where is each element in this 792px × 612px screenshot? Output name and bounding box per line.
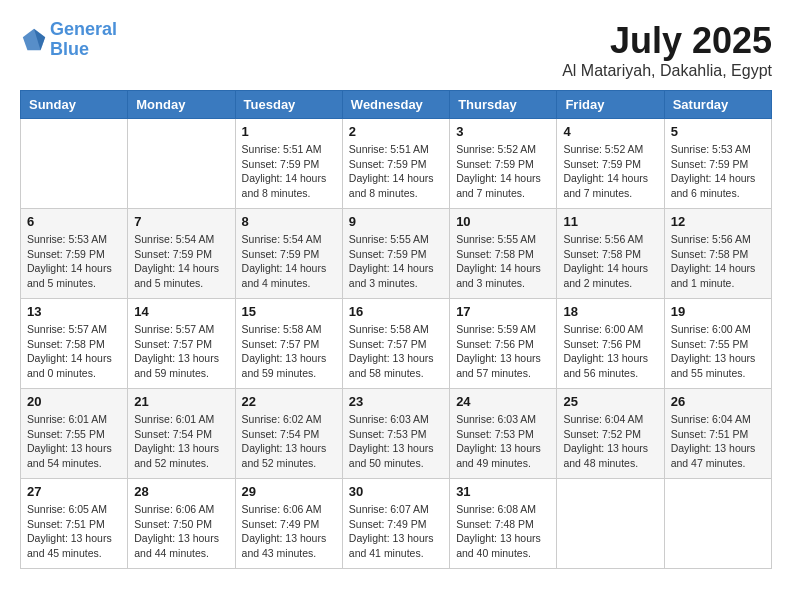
calendar-cell: 30Sunrise: 6:07 AM Sunset: 7:49 PM Dayli… — [342, 479, 449, 569]
day-number: 3 — [456, 124, 550, 139]
calendar-cell: 26Sunrise: 6:04 AM Sunset: 7:51 PM Dayli… — [664, 389, 771, 479]
day-number: 30 — [349, 484, 443, 499]
weekday-header-tuesday: Tuesday — [235, 91, 342, 119]
day-number: 29 — [242, 484, 336, 499]
day-info: Sunrise: 6:01 AM Sunset: 7:54 PM Dayligh… — [134, 412, 228, 471]
day-number: 12 — [671, 214, 765, 229]
day-number: 6 — [27, 214, 121, 229]
calendar-cell: 19Sunrise: 6:00 AM Sunset: 7:55 PM Dayli… — [664, 299, 771, 389]
calendar-cell: 16Sunrise: 5:58 AM Sunset: 7:57 PM Dayli… — [342, 299, 449, 389]
day-info: Sunrise: 5:57 AM Sunset: 7:57 PM Dayligh… — [134, 322, 228, 381]
day-info: Sunrise: 6:05 AM Sunset: 7:51 PM Dayligh… — [27, 502, 121, 561]
calendar-week-4: 20Sunrise: 6:01 AM Sunset: 7:55 PM Dayli… — [21, 389, 772, 479]
day-info: Sunrise: 6:06 AM Sunset: 7:50 PM Dayligh… — [134, 502, 228, 561]
calendar-cell: 3Sunrise: 5:52 AM Sunset: 7:59 PM Daylig… — [450, 119, 557, 209]
calendar-week-2: 6Sunrise: 5:53 AM Sunset: 7:59 PM Daylig… — [21, 209, 772, 299]
calendar-cell: 5Sunrise: 5:53 AM Sunset: 7:59 PM Daylig… — [664, 119, 771, 209]
day-info: Sunrise: 5:54 AM Sunset: 7:59 PM Dayligh… — [134, 232, 228, 291]
day-number: 17 — [456, 304, 550, 319]
day-info: Sunrise: 5:51 AM Sunset: 7:59 PM Dayligh… — [349, 142, 443, 201]
calendar-week-3: 13Sunrise: 5:57 AM Sunset: 7:58 PM Dayli… — [21, 299, 772, 389]
calendar-cell: 11Sunrise: 5:56 AM Sunset: 7:58 PM Dayli… — [557, 209, 664, 299]
calendar-cell: 27Sunrise: 6:05 AM Sunset: 7:51 PM Dayli… — [21, 479, 128, 569]
day-info: Sunrise: 5:59 AM Sunset: 7:56 PM Dayligh… — [456, 322, 550, 381]
day-number: 13 — [27, 304, 121, 319]
calendar-header: SundayMondayTuesdayWednesdayThursdayFrid… — [21, 91, 772, 119]
day-number: 10 — [456, 214, 550, 229]
calendar-cell: 7Sunrise: 5:54 AM Sunset: 7:59 PM Daylig… — [128, 209, 235, 299]
calendar-cell: 14Sunrise: 5:57 AM Sunset: 7:57 PM Dayli… — [128, 299, 235, 389]
day-info: Sunrise: 5:52 AM Sunset: 7:59 PM Dayligh… — [563, 142, 657, 201]
weekday-header-saturday: Saturday — [664, 91, 771, 119]
day-info: Sunrise: 5:56 AM Sunset: 7:58 PM Dayligh… — [563, 232, 657, 291]
calendar-cell — [21, 119, 128, 209]
day-number: 31 — [456, 484, 550, 499]
day-info: Sunrise: 5:51 AM Sunset: 7:59 PM Dayligh… — [242, 142, 336, 201]
calendar-cell: 4Sunrise: 5:52 AM Sunset: 7:59 PM Daylig… — [557, 119, 664, 209]
day-info: Sunrise: 5:53 AM Sunset: 7:59 PM Dayligh… — [671, 142, 765, 201]
calendar-cell: 10Sunrise: 5:55 AM Sunset: 7:58 PM Dayli… — [450, 209, 557, 299]
day-info: Sunrise: 6:04 AM Sunset: 7:51 PM Dayligh… — [671, 412, 765, 471]
calendar-cell: 29Sunrise: 6:06 AM Sunset: 7:49 PM Dayli… — [235, 479, 342, 569]
day-number: 22 — [242, 394, 336, 409]
day-info: Sunrise: 5:53 AM Sunset: 7:59 PM Dayligh… — [27, 232, 121, 291]
page-header: General Blue July 2025 Al Matariyah, Dak… — [20, 20, 772, 80]
calendar-cell — [128, 119, 235, 209]
day-number: 26 — [671, 394, 765, 409]
logo-icon — [20, 26, 48, 54]
weekday-header-sunday: Sunday — [21, 91, 128, 119]
weekday-header-wednesday: Wednesday — [342, 91, 449, 119]
calendar-week-1: 1Sunrise: 5:51 AM Sunset: 7:59 PM Daylig… — [21, 119, 772, 209]
day-number: 8 — [242, 214, 336, 229]
weekday-header-monday: Monday — [128, 91, 235, 119]
day-number: 2 — [349, 124, 443, 139]
calendar-cell: 6Sunrise: 5:53 AM Sunset: 7:59 PM Daylig… — [21, 209, 128, 299]
day-number: 15 — [242, 304, 336, 319]
day-number: 23 — [349, 394, 443, 409]
day-info: Sunrise: 5:55 AM Sunset: 7:59 PM Dayligh… — [349, 232, 443, 291]
day-info: Sunrise: 5:52 AM Sunset: 7:59 PM Dayligh… — [456, 142, 550, 201]
location-title: Al Matariyah, Dakahlia, Egypt — [562, 62, 772, 80]
calendar-week-5: 27Sunrise: 6:05 AM Sunset: 7:51 PM Dayli… — [21, 479, 772, 569]
calendar-cell: 9Sunrise: 5:55 AM Sunset: 7:59 PM Daylig… — [342, 209, 449, 299]
day-info: Sunrise: 6:02 AM Sunset: 7:54 PM Dayligh… — [242, 412, 336, 471]
calendar-cell: 22Sunrise: 6:02 AM Sunset: 7:54 PM Dayli… — [235, 389, 342, 479]
day-number: 21 — [134, 394, 228, 409]
calendar-cell: 1Sunrise: 5:51 AM Sunset: 7:59 PM Daylig… — [235, 119, 342, 209]
day-number: 14 — [134, 304, 228, 319]
calendar-cell: 23Sunrise: 6:03 AM Sunset: 7:53 PM Dayli… — [342, 389, 449, 479]
calendar-cell: 15Sunrise: 5:58 AM Sunset: 7:57 PM Dayli… — [235, 299, 342, 389]
day-info: Sunrise: 5:58 AM Sunset: 7:57 PM Dayligh… — [242, 322, 336, 381]
day-number: 9 — [349, 214, 443, 229]
day-info: Sunrise: 6:00 AM Sunset: 7:55 PM Dayligh… — [671, 322, 765, 381]
calendar-cell: 25Sunrise: 6:04 AM Sunset: 7:52 PM Dayli… — [557, 389, 664, 479]
calendar-cell: 8Sunrise: 5:54 AM Sunset: 7:59 PM Daylig… — [235, 209, 342, 299]
weekday-header-thursday: Thursday — [450, 91, 557, 119]
day-number: 28 — [134, 484, 228, 499]
day-number: 27 — [27, 484, 121, 499]
day-info: Sunrise: 6:03 AM Sunset: 7:53 PM Dayligh… — [349, 412, 443, 471]
calendar-cell: 28Sunrise: 6:06 AM Sunset: 7:50 PM Dayli… — [128, 479, 235, 569]
day-number: 19 — [671, 304, 765, 319]
calendar-cell: 18Sunrise: 6:00 AM Sunset: 7:56 PM Dayli… — [557, 299, 664, 389]
day-info: Sunrise: 5:57 AM Sunset: 7:58 PM Dayligh… — [27, 322, 121, 381]
month-title: July 2025 — [562, 20, 772, 62]
day-number: 25 — [563, 394, 657, 409]
day-number: 4 — [563, 124, 657, 139]
title-block: July 2025 Al Matariyah, Dakahlia, Egypt — [562, 20, 772, 80]
calendar-cell: 12Sunrise: 5:56 AM Sunset: 7:58 PM Dayli… — [664, 209, 771, 299]
day-info: Sunrise: 5:55 AM Sunset: 7:58 PM Dayligh… — [456, 232, 550, 291]
day-info: Sunrise: 6:06 AM Sunset: 7:49 PM Dayligh… — [242, 502, 336, 561]
calendar-cell: 24Sunrise: 6:03 AM Sunset: 7:53 PM Dayli… — [450, 389, 557, 479]
weekday-header-friday: Friday — [557, 91, 664, 119]
day-info: Sunrise: 6:00 AM Sunset: 7:56 PM Dayligh… — [563, 322, 657, 381]
day-number: 1 — [242, 124, 336, 139]
day-number: 24 — [456, 394, 550, 409]
day-info: Sunrise: 5:56 AM Sunset: 7:58 PM Dayligh… — [671, 232, 765, 291]
calendar-cell — [557, 479, 664, 569]
day-number: 20 — [27, 394, 121, 409]
calendar-cell — [664, 479, 771, 569]
day-number: 5 — [671, 124, 765, 139]
calendar-cell: 31Sunrise: 6:08 AM Sunset: 7:48 PM Dayli… — [450, 479, 557, 569]
day-info: Sunrise: 6:04 AM Sunset: 7:52 PM Dayligh… — [563, 412, 657, 471]
